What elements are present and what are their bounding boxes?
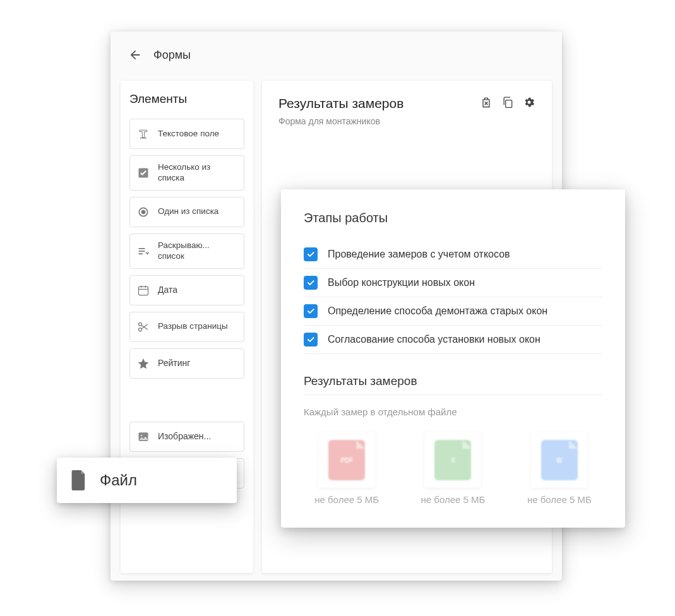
file-upload-tile[interactable]: PDF не более 5 МБ bbox=[304, 432, 390, 505]
gear-icon[interactable] bbox=[523, 96, 535, 109]
copy-icon[interactable] bbox=[501, 96, 514, 109]
file-upload-tile[interactable]: X не более 5 МБ bbox=[410, 432, 496, 505]
element-text-field[interactable]: Текстовое поле bbox=[129, 119, 244, 149]
element-date[interactable]: Дата bbox=[129, 275, 244, 305]
element-checkbox-list[interactable]: Несколько из списка bbox=[129, 155, 244, 191]
checklist-label: Согласование способа установки новых око… bbox=[328, 334, 541, 345]
header: Формы bbox=[111, 32, 562, 81]
form-subtitle: Форма для монтажников bbox=[278, 116, 403, 126]
star-icon bbox=[136, 357, 150, 370]
checklist-label: Проведение замеров с учетом откосов bbox=[328, 249, 510, 260]
svg-point-3 bbox=[141, 210, 146, 214]
pdf-file-icon: PDF bbox=[328, 440, 365, 480]
delete-icon[interactable] bbox=[480, 96, 493, 109]
element-label: Разрыв страницы bbox=[158, 321, 228, 332]
checklist-label: Определение способа демонтажа старых око… bbox=[328, 305, 547, 317]
results-section-title: Результаты замеров bbox=[304, 374, 602, 395]
section-title: Этапы работы bbox=[304, 211, 602, 225]
dropdown-icon bbox=[136, 244, 150, 258]
form-title: Результаты замеров bbox=[278, 96, 403, 111]
chip-label: Файл bbox=[100, 471, 137, 489]
page-title: Формы bbox=[153, 49, 191, 62]
scissors-icon bbox=[136, 320, 150, 334]
checklist-item[interactable]: Определение способа демонтажа старых око… bbox=[304, 297, 602, 326]
svg-rect-19 bbox=[506, 100, 512, 108]
checkbox-icon bbox=[136, 166, 150, 180]
image-icon bbox=[136, 430, 150, 444]
checked-checkbox-icon[interactable] bbox=[304, 247, 318, 261]
back-arrow-icon[interactable] bbox=[128, 48, 142, 62]
element-label: Один из списка bbox=[158, 206, 218, 217]
element-image[interactable]: Изображен... bbox=[129, 422, 244, 452]
calendar-icon bbox=[136, 283, 150, 297]
checklist-item[interactable]: Согласование способа установки новых око… bbox=[304, 326, 602, 354]
checklist-item[interactable]: Выбор конструкции новых окон bbox=[304, 269, 602, 297]
checked-checkbox-icon[interactable] bbox=[304, 333, 318, 346]
checked-checkbox-icon[interactable] bbox=[304, 304, 318, 318]
form-preview-overlay: Этапы работы Проведение замеров с учетом… bbox=[281, 189, 625, 528]
element-label: Дата bbox=[158, 285, 177, 296]
checklist-label: Выбор конструкции новых окон bbox=[328, 277, 475, 288]
results-hint: Каждый замер в отдельном файле bbox=[304, 406, 602, 417]
element-dropdown[interactable]: Раскрываю... список bbox=[129, 234, 244, 269]
doc-file-icon: W bbox=[541, 440, 578, 480]
file-size-caption: не более 5 МБ bbox=[517, 494, 602, 505]
dragging-element-chip[interactable]: Файл bbox=[57, 458, 237, 503]
svg-point-20 bbox=[528, 101, 531, 104]
checklist-item[interactable]: Проведение замеров с учетом откосов bbox=[304, 240, 602, 269]
element-label: Изображен... bbox=[158, 431, 211, 442]
element-radio-list[interactable]: Один из списка bbox=[129, 197, 244, 227]
file-size-caption: не более 5 МБ bbox=[410, 494, 496, 505]
file-icon bbox=[69, 471, 88, 490]
file-upload-tile[interactable]: W не более 5 МБ bbox=[517, 432, 602, 505]
file-size-caption: не более 5 МБ bbox=[304, 494, 390, 505]
radio-icon bbox=[136, 205, 150, 219]
element-label: Раскрываю... список bbox=[158, 240, 237, 262]
svg-rect-7 bbox=[139, 287, 148, 295]
element-label: Текстовое поле bbox=[158, 129, 219, 139]
checked-checkbox-icon[interactable] bbox=[304, 276, 318, 290]
element-page-break[interactable]: Разрыв страницы bbox=[129, 312, 244, 342]
element-label: Несколько из списка bbox=[158, 162, 237, 184]
sidebar-title: Элементы bbox=[129, 92, 244, 106]
svg-line-14 bbox=[141, 324, 148, 328]
element-label: Рейтинг bbox=[158, 358, 190, 369]
svg-point-16 bbox=[141, 434, 143, 436]
text-field-icon bbox=[136, 127, 150, 141]
svg-line-13 bbox=[141, 325, 148, 329]
element-rating[interactable]: Рейтинг bbox=[129, 348, 244, 379]
xls-file-icon: X bbox=[434, 440, 471, 480]
